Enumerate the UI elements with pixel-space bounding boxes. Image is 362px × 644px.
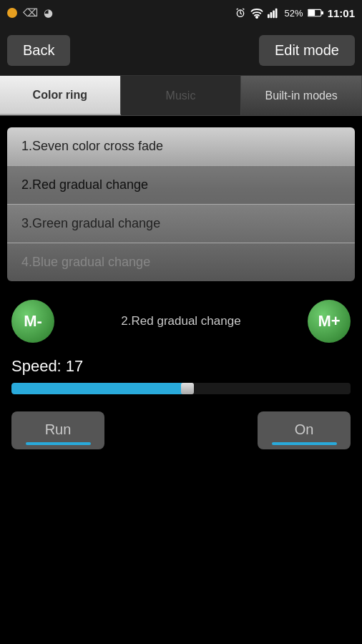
status-bar-left: ⌫ ◕ — [7, 6, 53, 19]
list-item[interactable]: 4.Blue gradual change — [7, 243, 355, 281]
edit-mode-button[interactable]: Edit mode — [259, 35, 355, 66]
svg-line-2 — [240, 14, 242, 14]
status-bar: ⌫ ◕ 52% 11:01 — [0, 0, 362, 26]
svg-rect-12 — [321, 11, 323, 15]
slider-fill — [11, 383, 187, 394]
tab-built-in-modes[interactable]: Built-in modes — [241, 76, 362, 115]
battery-icon — [308, 8, 323, 18]
list-item[interactable]: 1.Seven color cross fade — [7, 127, 355, 166]
alarm-icon — [235, 7, 246, 19]
svg-line-4 — [243, 9, 244, 9]
top-nav: Back Edit mode — [0, 26, 362, 76]
orange-dot-icon — [7, 8, 17, 18]
list-item[interactable]: 3.Green gradual change — [7, 205, 355, 243]
svg-rect-8 — [273, 10, 275, 18]
on-btn-underline — [272, 442, 337, 445]
speed-label: Speed: 17 — [11, 357, 351, 376]
signal-icon — [268, 7, 280, 19]
mode-list: 1.Seven color cross fade 2.Red gradual c… — [7, 127, 355, 281]
tab-music[interactable]: Music — [121, 76, 242, 115]
usb-icon: ⌫ — [23, 6, 38, 19]
svg-rect-6 — [268, 14, 270, 18]
speed-slider[interactable] — [11, 383, 351, 394]
on-button[interactable]: On — [258, 411, 351, 449]
time-display: 11:01 — [328, 7, 355, 19]
svg-point-5 — [255, 16, 257, 18]
list-item[interactable]: 2.Red gradual change — [7, 166, 355, 205]
svg-rect-11 — [308, 10, 314, 16]
svg-rect-7 — [270, 12, 272, 18]
battery-label: 52% — [285, 8, 303, 19]
svg-line-3 — [236, 9, 238, 9]
slider-thumb[interactable] — [181, 383, 194, 394]
current-mode-label: 2.Red gradual change — [54, 314, 308, 328]
tab-bar: Color ring Music Built-in modes — [0, 76, 362, 116]
android-icon: ◕ — [44, 6, 53, 19]
status-bar-right: 52% 11:01 — [235, 7, 355, 19]
speed-section: Speed: 17 — [0, 350, 362, 399]
back-button[interactable]: Back — [7, 35, 70, 66]
controls-row: M- 2.Red gradual change M+ — [0, 293, 362, 350]
m-plus-button[interactable]: M+ — [308, 300, 351, 343]
run-btn-underline — [26, 442, 91, 445]
m-minus-button[interactable]: M- — [11, 300, 54, 343]
run-button[interactable]: Run — [11, 411, 104, 449]
bottom-buttons: Run On — [0, 399, 362, 457]
tab-color-ring[interactable]: Color ring — [0, 76, 121, 115]
svg-rect-9 — [275, 9, 277, 19]
wifi-icon — [250, 7, 263, 19]
